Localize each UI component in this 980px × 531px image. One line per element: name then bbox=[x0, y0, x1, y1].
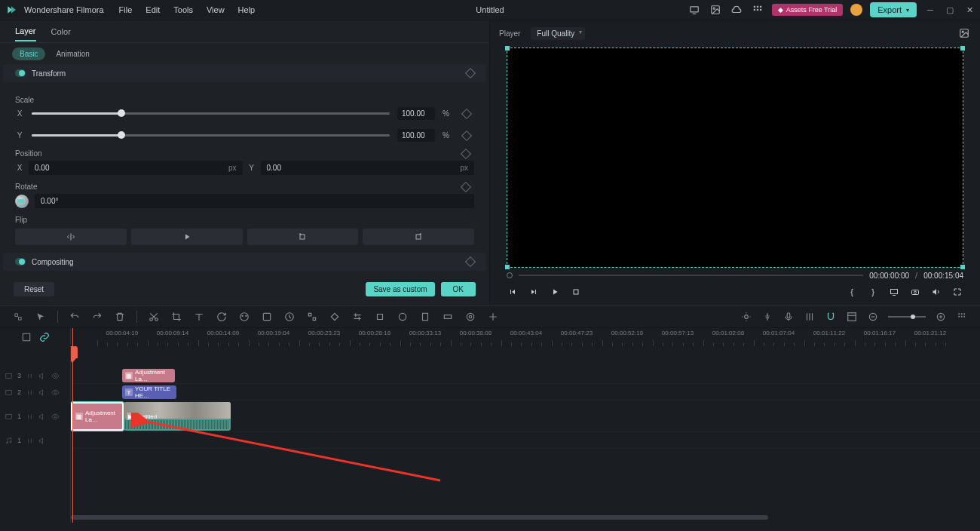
resize-handle[interactable] bbox=[505, 46, 510, 51]
profile-avatar[interactable] bbox=[850, 4, 862, 16]
seek-start-icon[interactable] bbox=[507, 272, 513, 278]
track-header-v3[interactable]: 3 bbox=[0, 367, 70, 384]
seek-slider[interactable] bbox=[519, 275, 863, 276]
mixer-icon[interactable] bbox=[804, 311, 816, 323]
flip-horizontal-button[interactable] bbox=[15, 229, 127, 245]
quality-dropdown[interactable]: Full Quality bbox=[531, 27, 585, 40]
scale-y-value[interactable]: 100.00 bbox=[397, 129, 435, 142]
scale-x-slider[interactable] bbox=[32, 112, 390, 115]
text-icon[interactable] bbox=[193, 311, 205, 323]
fullscreen-icon[interactable] bbox=[951, 286, 963, 298]
track-header-v2[interactable]: 2 bbox=[0, 384, 70, 401]
camera-icon[interactable] bbox=[909, 286, 921, 298]
refresh-icon[interactable] bbox=[216, 311, 228, 323]
menu-file[interactable]: File bbox=[119, 5, 133, 14]
resize-handle[interactable] bbox=[960, 265, 965, 269]
auto-icon[interactable] bbox=[740, 311, 752, 323]
select-tool-icon[interactable] bbox=[12, 311, 24, 323]
play-button[interactable] bbox=[549, 286, 561, 298]
compositing-toggle[interactable] bbox=[15, 258, 26, 266]
menu-tools[interactable]: Tools bbox=[173, 5, 193, 14]
effects-icon[interactable] bbox=[261, 311, 273, 323]
keyframe-scale-x[interactable] bbox=[461, 108, 472, 118]
keyframe-position[interactable] bbox=[461, 148, 471, 158]
expand-icon[interactable] bbox=[306, 311, 318, 323]
export-button[interactable]: Export▾ bbox=[870, 2, 917, 17]
ok-button[interactable]: OK bbox=[441, 282, 476, 296]
snapshot-icon[interactable] bbox=[957, 26, 971, 40]
tab-layer[interactable]: Layer bbox=[15, 22, 36, 41]
tab-color[interactable]: Color bbox=[51, 23, 71, 41]
resize-handle[interactable] bbox=[960, 46, 965, 51]
display-icon[interactable] bbox=[888, 286, 900, 298]
close-button[interactable]: ✕ bbox=[963, 4, 975, 16]
undo-icon[interactable] bbox=[69, 311, 81, 323]
timeline-tracks[interactable]: 00:00:04:1900:00:09:1400:00:14:0900:00:1… bbox=[71, 328, 980, 523]
clip-adjustment-v3[interactable]: ▦Adjustment La… bbox=[122, 369, 175, 382]
misc-5-icon[interactable] bbox=[464, 311, 476, 323]
keyframe-transform[interactable] bbox=[465, 68, 476, 78]
scale-x-value[interactable]: 100.00 bbox=[397, 107, 435, 120]
misc-2-icon[interactable] bbox=[397, 311, 409, 323]
maximize-button[interactable]: ▢ bbox=[944, 4, 956, 16]
save-custom-button[interactable]: Save as custom bbox=[366, 282, 434, 296]
transform-toggle[interactable] bbox=[15, 69, 26, 77]
marker-icon[interactable] bbox=[761, 311, 773, 323]
misc-6-icon[interactable] bbox=[487, 311, 499, 323]
keyframe-compositing[interactable] bbox=[465, 256, 476, 267]
menu-edit[interactable]: Edit bbox=[145, 5, 160, 14]
track-add-icon[interactable] bbox=[20, 331, 32, 343]
cursor-tool-icon[interactable] bbox=[35, 311, 47, 323]
clip-title-v2[interactable]: TYOUR TITLE HE… bbox=[122, 385, 176, 399]
volume-icon[interactable] bbox=[930, 286, 942, 298]
stop-button[interactable] bbox=[570, 286, 582, 298]
rotate-input[interactable]: 0.00° bbox=[35, 194, 474, 208]
palette-icon[interactable] bbox=[238, 311, 250, 323]
subtab-basic[interactable]: Basic bbox=[12, 48, 45, 60]
menu-help[interactable]: Help bbox=[238, 5, 256, 14]
flip-vertical-button[interactable] bbox=[131, 229, 243, 245]
delete-icon[interactable] bbox=[114, 311, 126, 323]
track-header-a1[interactable]: 1 bbox=[0, 432, 70, 449]
bracket-left-icon[interactable]: { bbox=[846, 286, 858, 298]
track-link-icon[interactable] bbox=[38, 331, 51, 343]
flip-rotate-left-button[interactable] bbox=[247, 229, 359, 245]
zoom-in-icon[interactable] bbox=[935, 311, 947, 323]
zoom-out-icon[interactable] bbox=[867, 311, 879, 323]
apps-icon[interactable] bbox=[751, 3, 764, 17]
grid-icon[interactable] bbox=[956, 311, 968, 323]
resize-handle[interactable] bbox=[505, 265, 510, 269]
clip-adjustment-v1[interactable]: ▦Adjustment La… bbox=[71, 402, 124, 431]
scale-y-slider[interactable] bbox=[32, 134, 390, 137]
mic-icon[interactable] bbox=[782, 311, 795, 323]
pos-y-input[interactable]: 0.00px bbox=[261, 161, 475, 175]
misc-3-icon[interactable] bbox=[419, 311, 431, 323]
preview-canvas[interactable] bbox=[507, 48, 963, 268]
playhead[interactable] bbox=[72, 328, 73, 523]
keyframe-scale-y[interactable] bbox=[461, 130, 472, 140]
play-forward-button[interactable] bbox=[528, 286, 540, 298]
prev-frame-button[interactable] bbox=[507, 286, 519, 298]
link-xy-icon[interactable]: ⬒ bbox=[17, 197, 25, 207]
media-icon[interactable] bbox=[709, 3, 722, 17]
reset-button[interactable]: Reset bbox=[14, 282, 54, 296]
cut-icon[interactable] bbox=[148, 311, 160, 323]
timeline-ruler[interactable]: 00:00:04:1900:00:09:1400:00:14:0900:00:1… bbox=[71, 328, 980, 346]
flip-rotate-right-button[interactable] bbox=[363, 229, 474, 245]
bracket-right-icon[interactable]: } bbox=[867, 286, 879, 298]
zoom-slider[interactable] bbox=[888, 316, 926, 318]
minimize-button[interactable]: ─ bbox=[924, 4, 936, 16]
keyframe-rotate[interactable] bbox=[461, 181, 471, 192]
subtab-animation[interactable]: Animation bbox=[56, 50, 89, 58]
redo-icon[interactable] bbox=[91, 311, 103, 323]
crop-icon[interactable] bbox=[170, 311, 182, 323]
screen-icon[interactable] bbox=[688, 3, 701, 17]
track-header-v1[interactable]: 1 bbox=[0, 401, 70, 432]
snap-icon[interactable] bbox=[825, 311, 837, 323]
menu-view[interactable]: View bbox=[207, 5, 225, 14]
speed-icon[interactable] bbox=[283, 311, 296, 323]
misc-1-icon[interactable] bbox=[374, 311, 386, 323]
clip-video-v1[interactable]: ▶Untitled bbox=[124, 402, 231, 431]
pos-x-input[interactable]: 0.00px bbox=[29, 161, 243, 175]
adjust-icon[interactable] bbox=[351, 311, 363, 323]
